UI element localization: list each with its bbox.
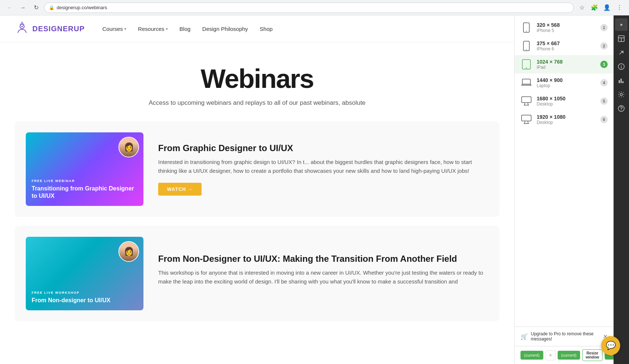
device-size-6: 1920 × 1080 bbox=[537, 114, 596, 120]
device-panel: 320 × 568 iPhone 5 1 375 × 667 iPhone 6 … bbox=[514, 15, 614, 364]
webinar-badge: FREE LIVE WEBINAR bbox=[32, 179, 138, 183]
watch-button-1[interactable]: WATCH → bbox=[158, 183, 202, 196]
device-name-3: iPad bbox=[537, 65, 596, 70]
device-name-4: Laptop bbox=[537, 83, 596, 88]
svg-point-19 bbox=[621, 65, 622, 65]
resize-window-button[interactable]: Resize window bbox=[582, 349, 603, 361]
nav-design-philosophy[interactable]: Design Philosophy bbox=[202, 26, 248, 32]
settings-tool-button[interactable] bbox=[615, 88, 628, 101]
info-tool-button[interactable] bbox=[615, 60, 628, 73]
device-num-5: 5 bbox=[600, 97, 608, 105]
upgrade-banner: 🛒 Upgrade to Pro to remove these message… bbox=[515, 326, 614, 346]
layout-tool-button[interactable] bbox=[615, 32, 628, 45]
device-size-4: 1440 × 900 bbox=[537, 77, 596, 83]
desktop-icon-2 bbox=[520, 115, 532, 124]
device-size-2: 375 × 667 bbox=[537, 40, 596, 46]
device-info-3: 1024 × 768 iPad bbox=[537, 59, 596, 70]
device-name-1: iPhone 5 bbox=[537, 28, 596, 33]
device-num-1: 1 bbox=[600, 24, 608, 31]
site-nav: Courses ▾ Resources ▾ Blog Design Philos… bbox=[102, 26, 273, 32]
svg-point-5 bbox=[526, 31, 527, 32]
address-bar[interactable]: 🔒 designerup.co/webinars bbox=[44, 3, 574, 13]
help-tool-button[interactable] bbox=[615, 102, 628, 115]
device-name-2: iPhone 6 bbox=[537, 46, 596, 51]
device-item-iphone5[interactable]: 320 × 568 iPhone 5 1 bbox=[515, 18, 614, 37]
nav-blog[interactable]: Blog bbox=[180, 26, 191, 32]
logo-area[interactable]: DESIGNERUP bbox=[15, 21, 85, 36]
svg-point-9 bbox=[526, 68, 527, 69]
current-left-button[interactable]: (current) bbox=[520, 351, 543, 360]
device-num-2: 2 bbox=[600, 42, 608, 50]
webinar-desc-2: This workshop is for anyone that is inte… bbox=[158, 268, 488, 286]
desktop-icon-1 bbox=[520, 96, 532, 106]
resize-controls: (current) ✕ (current) Resize window → bbox=[515, 346, 614, 364]
logo-text: DESIGNERUP bbox=[32, 25, 85, 33]
device-item-desktop2[interactable]: 1920 × 1080 Desktop 6 bbox=[515, 110, 614, 129]
avatar: 👩 bbox=[118, 137, 139, 157]
tablet-icon bbox=[520, 59, 532, 69]
svg-rect-10 bbox=[522, 79, 530, 84]
webinar-badge-2: FREE LIVE WORKSHOP bbox=[32, 291, 138, 295]
hero-title: Webinars bbox=[15, 64, 500, 93]
forward-button[interactable]: → bbox=[18, 3, 28, 13]
svg-point-23 bbox=[620, 93, 622, 96]
laptop-icon bbox=[520, 79, 532, 87]
browser-chrome: ← → ↻ 🔒 designerup.co/webinars ☆ 🧩 👤 ⋮ bbox=[0, 0, 629, 15]
cart-icon: 🛒 bbox=[520, 333, 528, 340]
device-name-6: Desktop bbox=[537, 120, 596, 125]
svg-point-1 bbox=[21, 26, 23, 27]
nav-courses[interactable]: Courses ▾ bbox=[102, 26, 126, 32]
webinar-card-2: 👩 FREE LIVE WORKSHOP From Non-designer t… bbox=[15, 226, 500, 321]
webinar-thumb-title-2: From Non-designer to UI/UX bbox=[32, 297, 138, 304]
lock-icon: 🔒 bbox=[49, 5, 54, 10]
webinar-desc-1: Interested in transitioning from graphic… bbox=[158, 158, 488, 175]
back-button[interactable]: ← bbox=[4, 3, 15, 13]
phone-icon-1 bbox=[520, 22, 532, 33]
device-info-4: 1440 × 900 Laptop bbox=[537, 77, 596, 88]
phone-icon-2 bbox=[520, 41, 532, 51]
website-content: DESIGNERUP Courses ▾ Resources ▾ Blog De… bbox=[0, 15, 514, 364]
device-item-desktop1[interactable]: 1680 × 1050 Desktop 5 bbox=[515, 92, 614, 110]
dismiss-button[interactable]: ✕ bbox=[546, 350, 555, 360]
svg-rect-22 bbox=[622, 81, 623, 83]
resources-dropdown-arrow: ▾ bbox=[166, 27, 168, 31]
device-info-5: 1680 × 1050 Desktop bbox=[537, 96, 596, 107]
bookmark-button[interactable]: ☆ bbox=[577, 3, 587, 13]
device-size-3: 1024 × 768 bbox=[537, 59, 596, 65]
webinar-thumbnail-2: 👩 FREE LIVE WORKSHOP From Non-designer t… bbox=[26, 237, 143, 310]
logo-icon bbox=[15, 21, 29, 36]
device-item-laptop[interactable]: 1440 × 900 Laptop 4 bbox=[515, 74, 614, 92]
current-right-button[interactable]: (current) bbox=[558, 351, 580, 360]
device-name-5: Desktop bbox=[537, 101, 596, 107]
chart-tool-button[interactable] bbox=[615, 74, 628, 87]
extensions-button[interactable]: 🧩 bbox=[589, 3, 600, 13]
device-item-iphone6[interactable]: 375 × 667 iPhone 6 2 bbox=[515, 37, 614, 55]
nav-shop[interactable]: Shop bbox=[260, 26, 273, 32]
site-header: DESIGNERUP Courses ▾ Resources ▾ Blog De… bbox=[0, 15, 514, 42]
chat-bubble[interactable]: 💬 bbox=[601, 336, 620, 355]
device-info-1: 320 × 568 iPhone 5 bbox=[537, 22, 596, 33]
webinar-title-2: From Non-Designer to UI/UX: Making the T… bbox=[158, 254, 488, 264]
arrow-tool-button[interactable] bbox=[615, 46, 628, 59]
nav-resources[interactable]: Resources ▾ bbox=[138, 26, 168, 32]
account-button[interactable]: 👤 bbox=[602, 3, 612, 13]
svg-rect-21 bbox=[621, 79, 622, 83]
reload-button[interactable]: ↻ bbox=[31, 3, 41, 13]
device-size-1: 320 × 568 bbox=[537, 22, 596, 28]
menu-button[interactable]: ⋮ bbox=[614, 3, 625, 13]
courses-dropdown-arrow: ▾ bbox=[124, 27, 126, 31]
device-num-6: 6 bbox=[600, 116, 608, 123]
device-item-ipad[interactable]: 1024 × 768 iPad 3 bbox=[515, 55, 614, 74]
device-info-2: 375 × 667 iPhone 6 bbox=[537, 40, 596, 51]
webinar-thumb-title: Transitioning from Graphic Designer to U… bbox=[32, 185, 138, 200]
webinar-title-1: From Graphic Designer to UI/UX bbox=[158, 143, 488, 153]
svg-point-3 bbox=[22, 22, 23, 23]
expand-button[interactable]: » bbox=[615, 18, 628, 31]
page-wrapper: DESIGNERUP Courses ▾ Resources ▾ Blog De… bbox=[0, 15, 629, 364]
svg-rect-20 bbox=[619, 80, 620, 83]
avatar-2: 👩 bbox=[118, 241, 139, 262]
hero-subtitle: Access to upcoming webinars and replays … bbox=[128, 99, 386, 107]
tools-sidebar: » bbox=[614, 15, 629, 364]
chat-icon: 💬 bbox=[606, 341, 616, 350]
device-num-3: 3 bbox=[600, 61, 608, 68]
